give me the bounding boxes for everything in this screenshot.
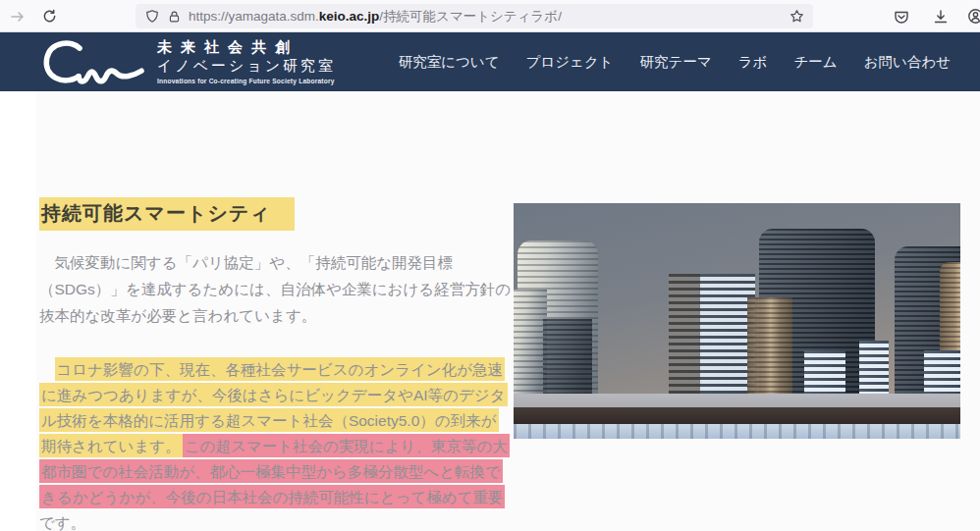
paragraph-line: コロナ影響の下、現在、各種社会サービスのオンライン化が急速	[39, 357, 503, 383]
logo-tagline: Innovations for Co-creating Future Socie…	[157, 78, 336, 85]
browser-toolbar: https://yamagata.sdm.keio.ac.jp/持続可能スマート…	[0, 0, 980, 32]
download-icon[interactable]	[928, 4, 953, 28]
smart-city-render	[514, 203, 960, 439]
logo-title: 未来社会共創	[157, 38, 336, 57]
building-mid-box	[669, 274, 755, 413]
browser-window: https://yamagata.sdm.keio.ac.jp/持続可能スマート…	[0, 0, 980, 531]
highlight-segment-yellow: コロナ影響の下、現在、各種社会サービスのオンライン化が急速	[55, 357, 506, 381]
highlight-segment-yellow: ル技術を本格的に活用する超スマート社会（Society5.0）の到来が	[39, 408, 499, 432]
nav-item-contact[interactable]: お問い合わせ	[864, 53, 951, 72]
url-path: /持続可能スマートシティラボ/	[379, 9, 562, 24]
logo-text: 未来社会共創 イノベーション研究室 Innovations for Co-cre…	[157, 38, 336, 85]
highlight-segment-pink: きるかどうかが、今後の日本社会の持続可能性にとって極めて重要	[39, 485, 505, 508]
nav-item-about[interactable]: 研究室について	[399, 53, 500, 72]
paragraph-line: 抜本的な改革が必要と言われています。	[39, 302, 503, 329]
url-domain: keio.ac.jp	[319, 9, 380, 24]
forward-icon[interactable]	[5, 4, 29, 28]
shield-icon[interactable]	[141, 6, 163, 27]
paragraph-line: です。	[39, 510, 503, 531]
paragraph-line: （SDGs）」を達成するためには、自治体や企業における経営方針の	[39, 276, 503, 302]
article-text-column: 持続可能スマートシティ 気候変動に関する「パリ協定」や、「持続可能な開発目標（S…	[39, 197, 503, 531]
nav-menu: 研究室についてプロジェクト研究テーマラボチームお問い合わせ	[399, 53, 951, 72]
paragraph-line: 期待されています。この超スマート社会の実現により、東京等の大	[39, 434, 503, 459]
page-content: 持続可能スマートシティ 気候変動に関する「パリ協定」や、「持続可能な開発目標（S…	[0, 91, 980, 531]
pocket-icon[interactable]	[889, 4, 913, 28]
logo-cw-icon	[37, 37, 147, 86]
paragraph-line: ル技術を本格的に活用する超スマート社会（Society5.0）の到来が	[39, 408, 503, 434]
water-reflection	[514, 424, 960, 439]
bookmark-star-icon[interactable]	[786, 6, 807, 27]
road-strip	[514, 407, 960, 424]
site-logo[interactable]: 未来社会共創 イノベーション研究室 Innovations for Co-cre…	[37, 37, 336, 86]
nav-item-projects[interactable]: プロジェクト	[526, 53, 614, 72]
paragraph-intro: 気候変動に関する「パリ協定」や、「持続可能な開発目標（SDGs）」を達成するため…	[39, 249, 503, 329]
highlight-segment-pink: 都市圏での社会活動が、都心一極集中型から多極分散型へと転換で	[39, 459, 503, 483]
site-navbar: 未来社会共創 イノベーション研究室 Innovations for Co-cre…	[0, 32, 980, 91]
address-bar[interactable]: https://yamagata.sdm.keio.ac.jp/持続可能スマート…	[136, 4, 813, 28]
site-page-background: 持続可能スマートシティ 気候変動に関する「パリ協定」や、「持続可能な開発目標（S…	[36, 91, 980, 531]
text-segment: です。	[39, 510, 85, 531]
logo-subtitle: イノベーション研究室	[157, 57, 336, 76]
reload-icon[interactable]	[37, 4, 62, 28]
text-segment	[39, 357, 55, 381]
url-prefix: https://yamagata.sdm.	[189, 9, 319, 24]
paragraph-highlighted: コロナ影響の下、現在、各種社会サービスのオンライン化が急速に進みつつありますが、…	[39, 357, 503, 531]
paragraph-line: 気候変動に関する「パリ協定」や、「持続可能な開発目標	[39, 249, 503, 276]
highlight-segment-yellow: に進みつつありますが、今後はさらにビックデータやAI等のデジタ	[39, 383, 508, 406]
page-title: 持続可能スマートシティ	[39, 197, 295, 231]
paragraph-line: 都市圏での社会活動が、都心一極集中型から多極分散型へと転換で	[39, 459, 503, 485]
highlight-segment-pink: この超スマート社会の実現により、東京等の大	[183, 434, 510, 457]
paragraph-line: きるかどうかが、今後の日本社会の持続可能性にとって極めて重要	[39, 485, 503, 510]
highlight-segment-yellow: 期待されています。	[39, 434, 183, 457]
nav-item-team[interactable]: チーム	[793, 53, 837, 72]
nav-item-lab[interactable]: ラボ	[738, 53, 768, 72]
url-text[interactable]: https://yamagata.sdm.keio.ac.jp/持続可能スマート…	[189, 8, 786, 26]
lock-icon[interactable]	[163, 6, 185, 27]
nav-item-themes[interactable]: 研究テーマ	[640, 53, 712, 72]
account-icon[interactable]	[963, 4, 980, 28]
paragraph-line: に進みつつありますが、今後はさらにビックデータやAI等のデジタ	[39, 383, 503, 408]
